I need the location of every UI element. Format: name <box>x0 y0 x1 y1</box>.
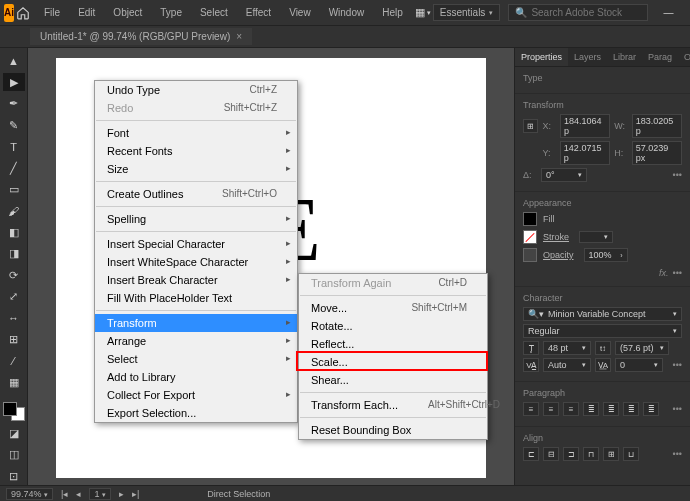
ctx-font[interactable]: Font <box>95 124 297 142</box>
tab-opentype[interactable]: Open <box>678 48 690 66</box>
paintbrush-tool[interactable]: 🖌 <box>3 202 25 219</box>
valign-middle-icon[interactable]: ⊞ <box>603 447 619 461</box>
tab-layers[interactable]: Layers <box>568 48 607 66</box>
fill-color-swatch[interactable] <box>523 212 537 226</box>
ctx-export-selection-[interactable]: Export Selection... <box>95 404 297 422</box>
width-tool[interactable]: ↔ <box>3 310 25 327</box>
menu-effect[interactable]: Effect <box>242 5 275 20</box>
halign-center-icon[interactable]: ⊟ <box>543 447 559 461</box>
align-left-icon[interactable]: ≡ <box>523 402 539 416</box>
tab-paragraph[interactable]: Parag <box>642 48 678 66</box>
ctx-add-to-library[interactable]: Add to Library <box>95 368 297 386</box>
close-tab-icon[interactable]: × <box>236 31 242 42</box>
search-input[interactable] <box>531 7 641 18</box>
halign-right-icon[interactable]: ⊐ <box>563 447 579 461</box>
ctx-sub-shear-[interactable]: Shear... <box>299 371 487 389</box>
valign-bottom-icon[interactable]: ⊔ <box>623 447 639 461</box>
color-mode-icon[interactable]: ◪ <box>3 425 25 442</box>
menu-window[interactable]: Window <box>325 5 369 20</box>
workspace-switcher[interactable]: Essentials ▾ <box>433 4 501 21</box>
tab-properties[interactable]: Properties <box>515 48 568 66</box>
font-style-field[interactable]: Regular▾ <box>523 324 682 338</box>
eraser-tool[interactable]: ◨ <box>3 245 25 262</box>
fx-button[interactable]: fx. <box>659 268 669 278</box>
opacity-field[interactable]: 100%› <box>584 248 628 262</box>
font-family-field[interactable]: 🔍▾Minion Variable Concept▾ <box>523 307 682 321</box>
ctx-collect-for-export[interactable]: Collect For Export <box>95 386 297 404</box>
artboard-nav-prev[interactable]: ◂ <box>76 489 81 499</box>
menu-edit[interactable]: Edit <box>74 5 99 20</box>
ctx-redo[interactable]: RedoShift+Ctrl+Z <box>95 99 297 117</box>
more-options-icon[interactable]: ••• <box>673 268 682 278</box>
direct-selection-tool[interactable]: ▶ <box>3 73 25 90</box>
menu-object[interactable]: Object <box>109 5 146 20</box>
ctx-sub-scale-[interactable]: Scale... <box>299 353 487 371</box>
ctx-sub-reset-bounding-box[interactable]: Reset Bounding Box <box>299 421 487 439</box>
eyedropper-tool[interactable]: ⁄ <box>3 353 25 370</box>
w-field[interactable]: 183.0205 p <box>632 114 682 138</box>
artboard-nav-next[interactable]: ▸ <box>119 489 124 499</box>
search-stock[interactable]: 🔍 <box>508 4 648 21</box>
artboard-number-field[interactable]: 1 ▾ <box>89 488 111 500</box>
more-options-icon[interactable]: ••• <box>673 449 682 459</box>
home-icon[interactable] <box>16 4 30 22</box>
more-options-icon[interactable]: ••• <box>673 170 682 180</box>
ctx-insert-whitespace-character[interactable]: Insert WhiteSpace Character <box>95 253 297 271</box>
app-logo[interactable]: Ai <box>4 4 14 22</box>
align-center-icon[interactable]: ≡ <box>543 402 559 416</box>
ctx-fill-with-placeholder-text[interactable]: Fill With PlaceHolder Text <box>95 289 297 307</box>
shaper-tool[interactable]: ◧ <box>3 224 25 241</box>
menu-select[interactable]: Select <box>196 5 232 20</box>
stroke-weight-field[interactable]: ▾ <box>579 231 613 243</box>
ctx-spelling[interactable]: Spelling <box>95 210 297 228</box>
ctx-select[interactable]: Select <box>95 350 297 368</box>
align-right-icon[interactable]: ≡ <box>563 402 579 416</box>
ctx-undo-type[interactable]: Undo TypeCtrl+Z <box>95 81 297 99</box>
menu-view[interactable]: View <box>285 5 315 20</box>
minimize-button[interactable]: — <box>656 4 680 22</box>
type-tool[interactable]: T <box>3 138 25 155</box>
ctx-insert-break-character[interactable]: Insert Break Character <box>95 271 297 289</box>
kerning-field[interactable]: Auto▾ <box>543 358 591 372</box>
rectangle-tool[interactable]: ▭ <box>3 181 25 198</box>
font-size-field[interactable]: 48 pt▾ <box>543 341 591 355</box>
scale-tool[interactable]: ⤢ <box>3 288 25 305</box>
ctx-sub-rotate-[interactable]: Rotate... <box>299 317 487 335</box>
more-options-icon[interactable]: ••• <box>673 404 682 414</box>
line-tool[interactable]: ╱ <box>3 159 25 176</box>
more-options-icon[interactable]: ••• <box>673 360 682 370</box>
maximize-button[interactable]: ☐ <box>682 4 690 22</box>
tracking-field[interactable]: 0▾ <box>615 358 663 372</box>
halign-left-icon[interactable]: ⊏ <box>523 447 539 461</box>
rotate-tool[interactable]: ⟳ <box>3 267 25 284</box>
ctx-recent-fonts[interactable]: Recent Fonts <box>95 142 297 160</box>
pen-tool[interactable]: ✒ <box>3 95 25 112</box>
ctx-insert-special-character[interactable]: Insert Special Character <box>95 235 297 253</box>
ctx-sub-reflect-[interactable]: Reflect... <box>299 335 487 353</box>
h-field[interactable]: 57.0239 px <box>632 141 682 165</box>
stroke-color-swatch[interactable] <box>523 230 537 244</box>
opacity-swatch[interactable] <box>523 248 537 262</box>
menu-help[interactable]: Help <box>378 5 407 20</box>
free-transform-tool[interactable]: ⊞ <box>3 331 25 348</box>
curvature-tool[interactable]: ✎ <box>3 116 25 133</box>
selection-tool[interactable]: ▲ <box>3 52 25 69</box>
artboard-nav-first[interactable]: |◂ <box>61 489 68 499</box>
artboard-nav-last[interactable]: ▸| <box>132 489 139 499</box>
reference-point-icon[interactable]: ⊞ <box>523 119 538 133</box>
menu-file[interactable]: File <box>40 5 64 20</box>
justify-right-icon[interactable]: ≣ <box>623 402 639 416</box>
valign-top-icon[interactable]: ⊓ <box>583 447 599 461</box>
justify-left-icon[interactable]: ≣ <box>583 402 599 416</box>
y-field[interactable]: 142.0715 p <box>560 141 610 165</box>
menu-type[interactable]: Type <box>156 5 186 20</box>
justify-all-icon[interactable]: ≣ <box>643 402 659 416</box>
x-field[interactable]: 184.1064 p <box>560 114 610 138</box>
justify-center-icon[interactable]: ≣ <box>603 402 619 416</box>
ctx-sub-move-[interactable]: Move...Shift+Ctrl+M <box>299 299 487 317</box>
draw-mode-icon[interactable]: ◫ <box>3 446 25 463</box>
tab-libraries[interactable]: Librar <box>607 48 642 66</box>
fill-stroke-swatch[interactable] <box>3 402 25 421</box>
leading-field[interactable]: (57.6 pt)▾ <box>615 341 669 355</box>
ctx-sub-transform-each-[interactable]: Transform Each...Alt+Shift+Ctrl+D <box>299 396 487 414</box>
